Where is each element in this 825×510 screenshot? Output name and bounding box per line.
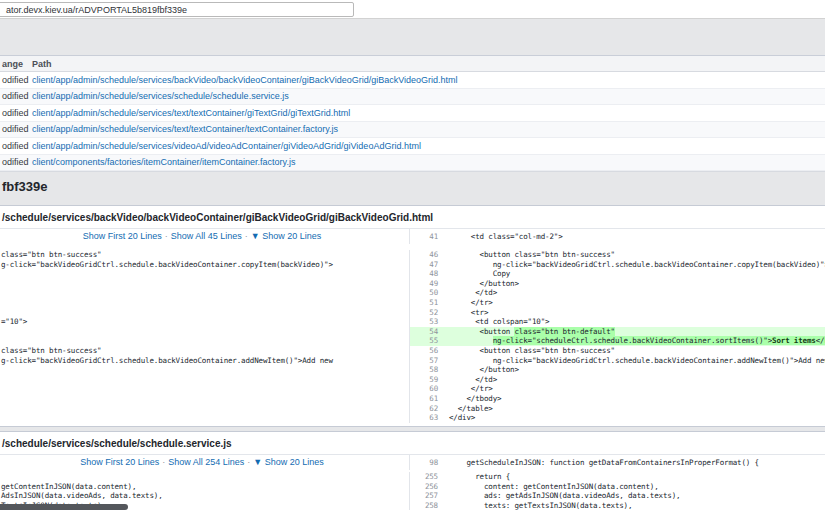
show-first-lines-link[interactable]: Show First 20 Lines — [83, 231, 162, 241]
chevron-down-icon: ▼ — [253, 457, 262, 467]
new-code-cell: return { — [443, 472, 825, 482]
diff-row: 50 </td> — [0, 288, 825, 298]
browser-chrome: ator.devx.kiev.ua/rADVPORTAL5b819fbf339e — [0, 0, 825, 19]
line-number[interactable]: 41 — [409, 229, 443, 244]
line-number[interactable]: 50 — [409, 288, 443, 298]
new-code-cell: texts: getTextsInJSON(data.texts), — [443, 501, 825, 510]
new-code-cell: </button> — [443, 279, 825, 289]
table-row: odifiedclient/components/factories/itemC… — [0, 155, 825, 172]
line-number[interactable]: 60 — [409, 384, 443, 394]
old-code-cell — [0, 384, 409, 394]
line-number[interactable]: 257 — [409, 491, 443, 501]
separator: · — [162, 457, 165, 467]
line-number[interactable]: 255 — [409, 472, 443, 482]
old-code-cell — [0, 308, 409, 318]
old-code-cell — [0, 365, 409, 375]
diff-row: 51 </tr> — [0, 298, 825, 308]
url-bar[interactable]: ator.devx.kiev.ua/rADVPORTAL5b819fbf339e — [0, 2, 354, 17]
line-number[interactable]: 62 — [409, 404, 443, 414]
changes-table-header: ange Path — [0, 56, 825, 72]
show-more-lines-link[interactable]: ▼ Show 20 Lines — [253, 457, 323, 467]
show-more-lines-link[interactable]: ▼ Show 20 Lines — [251, 231, 321, 241]
separator: · — [245, 231, 248, 241]
line-number[interactable]: 48 — [409, 269, 443, 279]
show-first-lines-link[interactable]: Show First 20 Lines — [80, 457, 159, 467]
diff-row: g-click="backVideoGridCtrl.schedule.back… — [0, 356, 825, 366]
new-code-cell: </tr> — [443, 298, 825, 308]
old-code-cell — [0, 288, 409, 298]
new-code-cell: </tbody> — [443, 394, 825, 404]
file-path-link[interactable]: client/app/admin/schedule/services/sched… — [32, 91, 289, 101]
code-fragment: class="btn btn-default" — [514, 327, 614, 336]
old-code-cell — [0, 279, 409, 289]
line-number[interactable]: 59 — [409, 375, 443, 385]
line-number[interactable]: 51 — [409, 298, 443, 308]
diff-row: 63</div> — [0, 413, 825, 423]
old-code-cell: AdsInJSON(data.videoAds, data.texts), — [0, 491, 409, 501]
file-diff-panel-2: /schedule/services/schedule/schedule.ser… — [0, 431, 825, 510]
old-code-cell: getContentInJSON(data.content), — [0, 482, 409, 492]
horizontal-scrollbar-thumb[interactable] — [0, 504, 128, 510]
file-path-header: /schedule/services/backVideo/backVideoCo… — [0, 206, 825, 229]
old-code-cell — [0, 327, 409, 337]
line-number[interactable]: 57 — [409, 356, 443, 366]
line-number[interactable]: 47 — [409, 260, 443, 270]
file-path-link[interactable]: client/components/factories/itemContaine… — [32, 157, 295, 167]
new-code-cell: content: getContentInJSON(data.content), — [443, 482, 825, 492]
line-number[interactable]: 53 — [409, 317, 443, 327]
old-code-cell — [0, 336, 409, 346]
chevron-down-icon: ▼ — [251, 231, 260, 241]
code-fragment: </button> — [816, 336, 825, 345]
table-row: odifiedclient/app/admin/schedule/service… — [0, 105, 825, 122]
line-number[interactable]: 55 — [409, 336, 443, 346]
path-cell: client/app/admin/schedule/services/video… — [30, 141, 825, 151]
old-code-cell — [0, 404, 409, 414]
diff-context-row: Show First 20 Lines·Show All 254 Lines·▼… — [0, 455, 825, 470]
diff-row: class="btn btn-success"46 <button class=… — [0, 250, 825, 260]
change-type-cell: odified — [0, 75, 30, 85]
file-path-link[interactable]: client/app/admin/schedule/services/video… — [32, 141, 421, 151]
context-controls: Show First 20 Lines·Show All 254 Lines·▼… — [0, 455, 409, 470]
anchor-code-row: 41 <td class="col-md-2"> — [409, 229, 825, 244]
diff-row: 59 </td> — [0, 375, 825, 385]
line-number[interactable]: 256 — [409, 482, 443, 492]
changed-text: Sort items — [772, 336, 816, 345]
code-fragment — [449, 336, 493, 345]
line-number[interactable]: 52 — [409, 308, 443, 318]
new-code-cell: <button class="btn btn-success" — [443, 250, 825, 260]
column-header-path: Path — [30, 59, 825, 69]
old-code-cell: ="10"> — [0, 317, 409, 327]
diff-row: class="btn btn-success"56 <button class=… — [0, 346, 825, 356]
diff-row: 255 return { — [0, 472, 825, 482]
new-code-cell: Copy — [443, 269, 825, 279]
diff-row: g-click="backVideoGridCtrl.schedule.back… — [0, 260, 825, 270]
path-cell: client/app/admin/schedule/services/text/… — [30, 108, 825, 118]
diff-rows: class="btn btn-success"46 <button class=… — [0, 244, 825, 426]
old-code-cell: class="btn btn-success" — [0, 346, 409, 356]
line-number[interactable]: 46 — [409, 250, 443, 260]
line-number[interactable]: 98 — [409, 455, 443, 470]
file-path-link[interactable]: client/app/admin/schedule/services/text/… — [32, 124, 338, 134]
line-number[interactable]: 63 — [409, 413, 443, 423]
new-code-cell: </tr> — [443, 384, 825, 394]
line-number[interactable]: 258 — [409, 501, 443, 510]
line-number[interactable]: 58 — [409, 365, 443, 375]
line-number[interactable]: 61 — [409, 394, 443, 404]
show-all-lines-link[interactable]: Show All 254 Lines — [168, 457, 244, 467]
diff-row: 61 </tbody> — [0, 394, 825, 404]
new-code-cell: getScheduleInJSON: function getDataFromC… — [443, 455, 825, 470]
line-number[interactable]: 49 — [409, 279, 443, 289]
old-code-cell — [0, 472, 409, 482]
file-path-link[interactable]: client/app/admin/schedule/services/text/… — [32, 108, 350, 118]
new-code-cell: ng-click="scheduleCtrl.schedule.backVide… — [443, 336, 825, 346]
line-number[interactable]: 56 — [409, 346, 443, 356]
new-code-cell: </td> — [443, 375, 825, 385]
line-number[interactable]: 54 — [409, 327, 443, 337]
show-more-lines-label: Show 20 Lines — [265, 457, 324, 467]
file-path-link[interactable]: client/app/admin/schedule/services/backV… — [32, 75, 458, 85]
show-all-lines-link[interactable]: Show All 45 Lines — [171, 231, 242, 241]
change-type-cell: odified — [0, 157, 30, 167]
new-code-cell: <tr> — [443, 308, 825, 318]
file-diff-panel-1: /schedule/services/backVideo/backVideoCo… — [0, 205, 825, 427]
new-code-cell: </button> — [443, 365, 825, 375]
